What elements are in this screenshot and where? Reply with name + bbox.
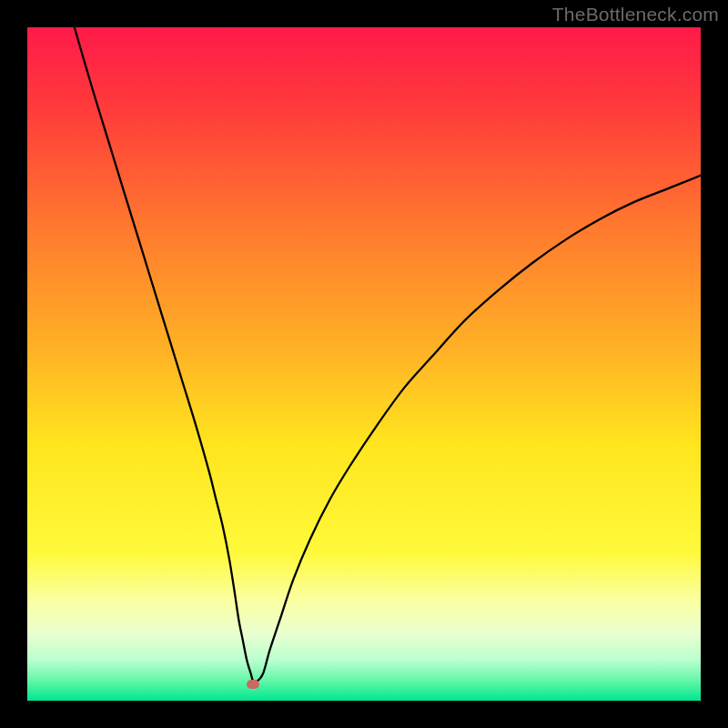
plot-area (27, 27, 701, 701)
curve-svg (27, 27, 701, 701)
bottleneck-curve (75, 27, 703, 682)
optimal-point-marker (247, 680, 259, 689)
chart-frame: TheBottleneck.com (0, 0, 728, 728)
watermark-text: TheBottleneck.com (552, 4, 719, 25)
